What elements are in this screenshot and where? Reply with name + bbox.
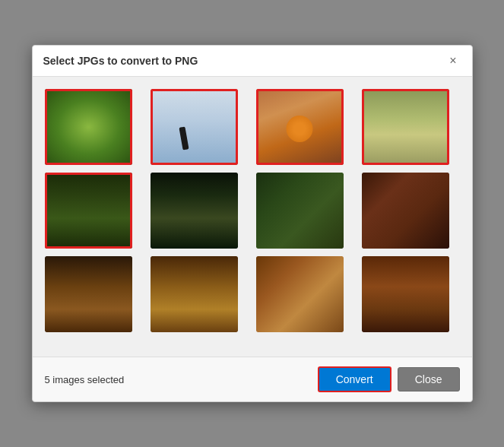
image-cell-8[interactable] [362,173,449,249]
image-thumbnail-1 [45,89,132,165]
status-text: 5 images selected [45,374,125,385]
image-cell-5[interactable] [45,173,132,249]
convert-dialog: Select JPGs to convert to PNG × [32,45,473,402]
image-thumbnail-8 [362,173,449,249]
title-close-button[interactable]: × [445,53,461,68]
image-cell-1[interactable] [45,89,132,165]
dialog-footer: 5 images selected Convert Close [33,357,472,401]
image-cell-9[interactable] [45,256,132,332]
image-thumbnail-11 [256,256,344,332]
image-thumbnail-7 [256,173,344,249]
close-button[interactable]: Close [398,367,460,392]
convert-button[interactable]: Convert [318,366,391,392]
image-cell-10[interactable] [151,256,238,332]
image-cell-7[interactable] [256,173,344,249]
image-grid [45,89,460,332]
dialog-title: Select JPGs to convert to PNG [43,55,198,67]
image-thumbnail-9 [45,256,132,332]
image-cell-12[interactable] [362,256,449,332]
image-thumbnail-2 [151,89,238,165]
image-cell-2[interactable] [151,89,238,165]
image-cell-6[interactable] [151,173,238,249]
image-cell-11[interactable] [256,256,344,332]
image-cell-3[interactable] [256,89,344,165]
image-thumbnail-5 [45,173,132,249]
image-thumbnail-3 [256,89,344,165]
image-cell-4[interactable] [362,89,449,165]
dialog-body [33,77,472,357]
dialog-titlebar: Select JPGs to convert to PNG × [33,46,472,77]
image-thumbnail-10 [151,256,238,332]
image-thumbnail-12 [362,256,449,332]
image-thumbnail-4 [362,89,449,165]
image-thumbnail-6 [151,173,238,249]
